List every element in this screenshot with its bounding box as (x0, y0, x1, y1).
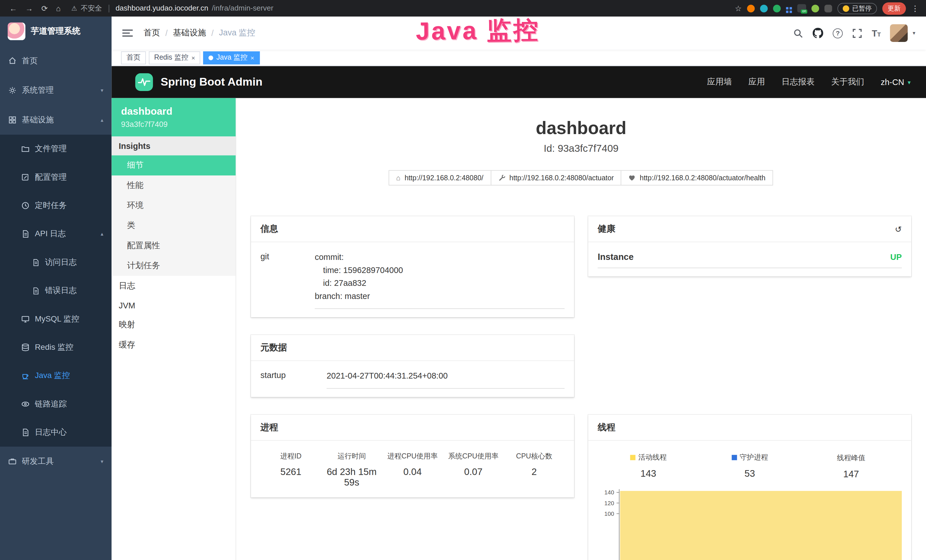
extension-icon-paw[interactable] (825, 5, 832, 12)
sidebar-item-trace[interactable]: 链路追踪 (0, 390, 112, 418)
sba-language-select[interactable]: zh-CN ▾ (881, 77, 911, 87)
legend-live-threads: 活动线程 143 (598, 453, 699, 480)
sba-nav-wallboard[interactable]: 应用墙 (707, 77, 732, 87)
reload-icon[interactable]: ⟳ (41, 4, 48, 12)
sba-logo-icon[interactable] (135, 73, 153, 91)
live-threads-area (620, 491, 902, 560)
stat-pid: 进程ID 5261 (260, 451, 321, 488)
sba-item-scheduled-tasks[interactable]: 计划任务 (112, 256, 236, 276)
document-icon (32, 259, 39, 266)
legend-label: 线程峰值 (837, 453, 865, 463)
breadcrumb-home[interactable]: 首页 (144, 28, 160, 38)
sidebar-item-redis[interactable]: Redis 监控 (0, 333, 112, 362)
sidebar-item-home[interactable]: 首页 (0, 46, 112, 76)
stat-cpu-cores: CPU核心数 2 (504, 451, 564, 488)
close-icon[interactable]: × (250, 54, 254, 61)
sba-nav-applications[interactable]: 应用 (748, 77, 765, 87)
sidebar-item-file[interactable]: 文件管理 (0, 135, 112, 163)
sba-item-environment[interactable]: 环境 (112, 195, 236, 215)
threads-legend: 活动线程 143 守护进程 53 线程峰值 (598, 449, 902, 480)
link-label: http://192.168.0.2:48080/actuator/health (640, 174, 766, 182)
spring-boot-admin: Spring Boot Admin 应用墙 应用 日志报表 关于我们 zh-CN… (112, 66, 926, 560)
sba-brand-title[interactable]: Spring Boot Admin (160, 76, 262, 89)
extension-icon-grid[interactable] (786, 7, 788, 9)
sidebar-item-access-log[interactable]: 访问日志 (0, 248, 112, 277)
instance-id: 93a3fc7f7409 (121, 120, 227, 129)
header-actions: ? TT ▾ (793, 24, 915, 42)
fullscreen-icon[interactable] (852, 28, 862, 38)
sba-item-mappings[interactable]: 映射 (112, 315, 236, 335)
history-icon[interactable]: ↺ (895, 224, 902, 234)
user-avatar[interactable] (890, 24, 908, 42)
sba-item-details[interactable]: 细节 (112, 156, 236, 176)
address-bar[interactable]: ⚠ 不安全 dashboard.yudao.iocoder.cn/infra/a… (65, 3, 735, 13)
url-host[interactable]: dashboard.yudao.iocoder.cn (115, 4, 208, 12)
database-icon (21, 343, 30, 351)
tab-redis-monitor[interactable]: Redis 监控 × (149, 51, 200, 64)
extension-icon-green[interactable] (773, 5, 781, 12)
sidebar-item-java[interactable]: Java 监控 (0, 362, 112, 390)
forward-icon[interactable]: → (26, 4, 33, 12)
link-health-url[interactable]: http://192.168.0.2:48080/actuator/health (621, 170, 773, 185)
update-button[interactable]: 更新 (882, 2, 906, 14)
sidebar-item-api-log[interactable]: API 日志 ▴ (0, 219, 112, 248)
sidebar-item-job[interactable]: 定时任务 (0, 191, 112, 219)
close-icon[interactable]: × (191, 54, 195, 61)
security-label[interactable]: 不安全 (81, 3, 102, 13)
link-actuator-url[interactable]: http://192.168.0.2:48080/actuator (490, 170, 622, 185)
bookmark-star-icon[interactable]: ☆ (735, 4, 742, 12)
chevron-up-icon: ▴ (101, 117, 103, 123)
url-path[interactable]: /infra/admin-server (212, 4, 274, 12)
back-icon[interactable]: ← (9, 4, 17, 12)
sidebar-item-config[interactable]: 配置管理 (0, 163, 112, 191)
hamburger-icon[interactable] (123, 30, 133, 37)
sba-nav-about[interactable]: 关于我们 (831, 77, 864, 87)
sidebar-item-dev-tools[interactable]: 研发工具 ▾ (0, 447, 112, 477)
font-size-icon[interactable]: TT (872, 28, 881, 38)
sidebar-item-infra[interactable]: 基础设施 ▴ (0, 105, 112, 135)
sba-item-logging[interactable]: 日志 (112, 276, 236, 296)
paused-badge[interactable]: 已暂停 (837, 3, 877, 14)
sba-nav-journal[interactable]: 日志报表 (781, 77, 814, 87)
extension-icon-switch[interactable]: on (797, 4, 806, 12)
sidebar-label: 日志中心 (35, 427, 67, 437)
axis-tick (617, 513, 619, 514)
extension-icon-leaf[interactable] (811, 5, 819, 12)
tab-home[interactable]: 首页 (121, 51, 146, 64)
link-label: http://192.168.0.2:48080/actuator (509, 174, 614, 182)
stat-label: 进程CPU使用率 (382, 451, 443, 461)
browser-menu-icon[interactable]: ⋮ (911, 4, 919, 12)
extension-icon-drop[interactable] (760, 5, 768, 12)
browser-home-icon[interactable]: ⌂ (56, 4, 61, 12)
sba-item-caches[interactable]: 缓存 (112, 335, 236, 355)
sba-item-jvm[interactable]: JVM (112, 296, 236, 315)
sidebar-item-system[interactable]: 系统管理 ▾ (0, 76, 112, 105)
github-icon[interactable] (813, 28, 823, 38)
health-row[interactable]: Instance UP (598, 250, 902, 268)
process-stats: 进程ID 5261 运行时间 6d 23h 15m 59s (260, 449, 564, 489)
sidebar-item-error-log[interactable]: 错误日志 (0, 277, 112, 305)
sba-item-config-props[interactable]: 配置属性 (112, 236, 236, 256)
card-title: 线程 (598, 422, 616, 433)
link-service-url[interactable]: ⌂ http://192.168.0.2:48080/ (389, 170, 491, 185)
tab-java-monitor[interactable]: Java 监控 × (203, 51, 260, 64)
avatar-caret-icon[interactable]: ▾ (912, 30, 915, 36)
chevron-down-icon: ▾ (101, 459, 103, 465)
breadcrumb-infra[interactable]: 基础设施 (173, 28, 206, 38)
sba-item-classes[interactable]: 类 (112, 216, 236, 236)
search-icon[interactable] (793, 28, 803, 38)
sba-instance-header[interactable]: dashboard 93a3fc7f7409 (112, 98, 236, 137)
stat-value: 0.07 (443, 467, 504, 477)
eye-icon (21, 400, 30, 408)
stat-value: 0.04 (382, 467, 443, 477)
sidebar-item-log-center[interactable]: 日志中心 (0, 418, 112, 446)
instance-subtitle: Id: 93a3fc7f7409 (251, 143, 911, 154)
help-icon[interactable]: ? (833, 28, 843, 38)
infra-submenu: 文件管理 配置管理 定时任务 API 日志 ▴ (0, 135, 112, 446)
sba-item-performance[interactable]: 性能 (112, 176, 236, 195)
sidebar-item-mysql[interactable]: MySQL 监控 (0, 305, 112, 333)
toolbox-icon (8, 457, 17, 466)
extension-icon-orange[interactable] (747, 5, 755, 12)
app-logo[interactable]: 芋道管理系统 (0, 17, 112, 46)
security-warning-icon[interactable]: ⚠ (71, 5, 77, 12)
